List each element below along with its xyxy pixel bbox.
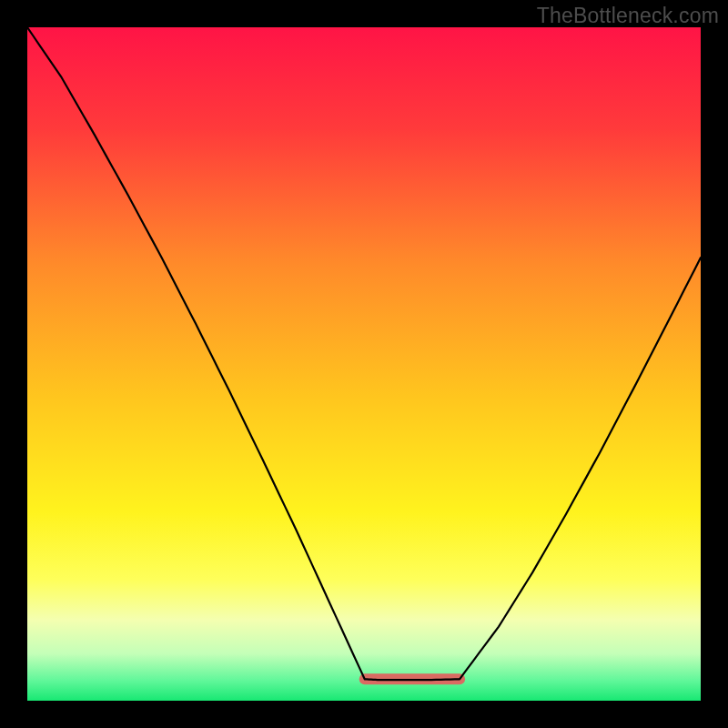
watermark-text: TheBottleneck.com (537, 4, 719, 28)
chart-svg (27, 27, 701, 701)
chart-plot-area (27, 27, 701, 701)
chart-frame: TheBottleneck.com (0, 0, 728, 728)
chart-background-gradient (27, 27, 701, 701)
